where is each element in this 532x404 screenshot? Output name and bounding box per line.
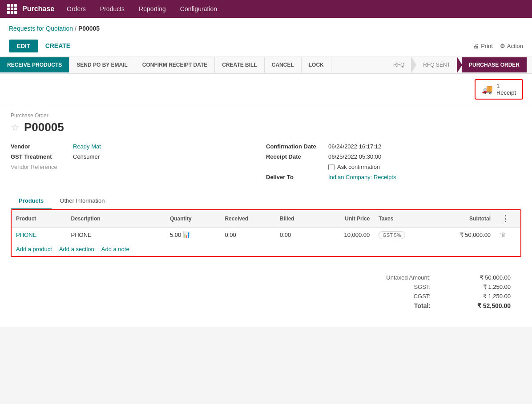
receipt-date-label: Receipt Date <box>266 153 328 160</box>
quantity-value[interactable]: 5.00 <box>170 232 181 238</box>
nav-products[interactable]: Products <box>98 5 126 12</box>
printer-icon: 🖨 <box>473 43 479 49</box>
add-section-link[interactable]: Add a section <box>59 246 94 252</box>
cell-quantity: 5.00 📊 <box>165 228 221 242</box>
gear-icon: ⚙ <box>500 43 505 49</box>
cell-subtotal: ₹ 50,000.00 <box>429 228 495 242</box>
totals-table: Untaxed Amount: ₹ 50,000.00 SGST: ₹ 1,25… <box>368 273 511 311</box>
deliver-to-value[interactable]: Indian Company: Receipts <box>328 174 396 180</box>
action-button[interactable]: ⚙ Action <box>500 43 523 49</box>
col-header-quantity: Quantity <box>165 210 221 228</box>
wf-lock[interactable]: LOCK <box>302 57 331 72</box>
cell-billed: 0.00 <box>275 228 319 242</box>
step-rfq-sent: RFQ SENT <box>416 57 457 72</box>
wf-receive-products[interactable]: RECEIVE PRODUCTS <box>0 57 69 72</box>
gst-row: GST Treatment Consumer <box>11 153 266 160</box>
cell-unit-price[interactable]: 10,000.00 <box>319 228 375 242</box>
wf-cancel[interactable]: CANCEL <box>265 57 302 72</box>
vendor-ref-row: Vendor Reference <box>11 164 266 170</box>
ask-confirmation-row: Ask confirmation <box>328 164 521 170</box>
totals-untaxed-row: Untaxed Amount: ₹ 50,000.00 <box>368 273 511 282</box>
table-row: PHONE PHONE 5.00 📊 0.00 0.00 10,000.00 G… <box>12 228 520 242</box>
breadcrumb-current: P00005 <box>78 25 100 32</box>
app-grid-icon[interactable] <box>7 4 17 14</box>
app-name: Purchase <box>22 5 54 13</box>
breadcrumb-parent[interactable]: Requests for Quotation <box>9 25 73 32</box>
cell-taxes: GST 5% <box>374 228 429 242</box>
edit-button[interactable]: EDIT <box>9 40 38 52</box>
col-header-unit-price: Unit Price <box>319 210 375 228</box>
gst-value: Consumer <box>73 153 100 160</box>
add-product-link[interactable]: Add a product <box>16 246 52 252</box>
column-options-icon[interactable]: ⋮ <box>500 214 511 223</box>
gst-label: GST Treatment <box>11 153 73 160</box>
left-fields: Vendor Ready Mat GST Treatment Consumer … <box>11 143 266 184</box>
right-fields: Confirmation Date 06/24/2022 16:17:12 Re… <box>266 143 521 184</box>
vendor-value[interactable]: Ready Mat <box>73 143 101 150</box>
confirmation-date-row: Confirmation Date 06/24/2022 16:17:12 <box>266 143 521 150</box>
product-link[interactable]: PHONE <box>16 232 36 238</box>
nav-reporting[interactable]: Reporting <box>137 5 168 12</box>
truck-icon: 🚚 <box>482 84 493 95</box>
wf-send-po-email[interactable]: SEND PO BY EMAIL <box>69 57 135 72</box>
receipt-label: Receipt <box>496 89 516 96</box>
add-note-link[interactable]: Add a note <box>101 246 129 252</box>
sgst-label: SGST: <box>368 284 439 290</box>
cell-description: PHONE <box>67 228 165 242</box>
po-number: P00005 <box>24 120 64 134</box>
totals-total-row: Total: ₹ 52,500.00 <box>368 301 511 311</box>
col-header-product: Product <box>12 210 67 228</box>
deliver-to-label: Deliver To <box>266 174 328 180</box>
step-purchase-order: PURCHASE ORDER <box>462 57 527 72</box>
total-label: Total: <box>368 302 439 309</box>
gst-badge[interactable]: GST 5% <box>379 231 405 239</box>
form-area: Purchase Order ☆ P00005 Vendor Ready Mat… <box>0 105 532 327</box>
tabs: Products Other Information <box>11 193 521 209</box>
receipt-count: 1 <box>496 83 516 89</box>
nav-configuration[interactable]: Configuration <box>178 5 219 12</box>
totals-area: Untaxed Amount: ₹ 50,000.00 SGST: ₹ 1,25… <box>11 264 521 320</box>
receipt-date-row: Receipt Date 06/25/2022 05:30:00 <box>266 153 521 160</box>
nav-orders[interactable]: Orders <box>65 5 88 12</box>
create-button[interactable]: CREATE <box>42 39 74 52</box>
workflow-bar: RECEIVE PRODUCTS SEND PO BY EMAIL CONFIR… <box>0 56 532 74</box>
ask-confirmation-checkbox[interactable] <box>328 164 335 170</box>
wf-confirm-receipt-date[interactable]: CONFIRM RECEIPT DATE <box>135 57 215 72</box>
receipt-section: 🚚 1 Receipt <box>0 74 532 105</box>
products-table-container: Product Description Quantity Received Bi… <box>11 209 521 257</box>
wf-create-bill[interactable]: CREATE BILL <box>215 57 264 72</box>
sgst-value: ₹ 1,250.00 <box>466 284 511 290</box>
receipt-info: 1 Receipt <box>496 83 516 96</box>
tab-products[interactable]: Products <box>11 193 52 209</box>
receipt-date-value[interactable]: 06/25/2022 05:30:00 <box>328 153 381 160</box>
products-table: Product Description Quantity Received Bi… <box>12 210 520 242</box>
total-value: ₹ 52,500.00 <box>466 302 511 309</box>
breadcrumb: Requests for Quotation / P00005 <box>0 18 532 36</box>
tab-other-information[interactable]: Other Information <box>52 193 113 209</box>
deliver-to-row: Deliver To Indian Company: Receipts <box>266 174 521 180</box>
col-header-description: Description <box>67 210 165 228</box>
delete-row-icon[interactable]: 🗑 <box>500 231 506 238</box>
breadcrumb-separator: / <box>75 25 77 32</box>
vendor-ref-label: Vendor Reference <box>11 164 73 170</box>
po-label: Purchase Order <box>11 112 521 119</box>
cell-received: 0.00 <box>220 228 275 242</box>
ask-confirmation-label: Ask confirmation <box>337 164 380 170</box>
step-rfq: RFQ <box>386 57 411 72</box>
print-button[interactable]: 🖨 Print <box>473 43 493 49</box>
favorite-star-icon[interactable]: ☆ <box>11 122 20 133</box>
forecast-chart-icon[interactable]: 📊 <box>183 231 190 238</box>
totals-sgst-row: SGST: ₹ 1,250.00 <box>368 282 511 292</box>
action-bar: EDIT CREATE 🖨 Print ⚙ Action <box>0 36 532 56</box>
status-steps: RFQ RFQ SENT PURCHASE ORDER <box>381 56 532 73</box>
cgst-value: ₹ 1,250.00 <box>466 293 511 300</box>
po-title-row: ☆ P00005 <box>11 120 521 134</box>
action-right: 🖨 Print ⚙ Action <box>473 43 523 49</box>
untaxed-label: Untaxed Amount: <box>368 274 439 281</box>
col-header-taxes: Taxes <box>374 210 429 228</box>
cell-actions: 🗑 <box>495 228 520 242</box>
page-container: Requests for Quotation / P00005 EDIT CRE… <box>0 18 532 327</box>
receipt-badge[interactable]: 🚚 1 Receipt <box>475 79 523 100</box>
nav-menu: Orders Products Reporting Configuration <box>65 5 219 12</box>
col-header-received: Received <box>220 210 275 228</box>
